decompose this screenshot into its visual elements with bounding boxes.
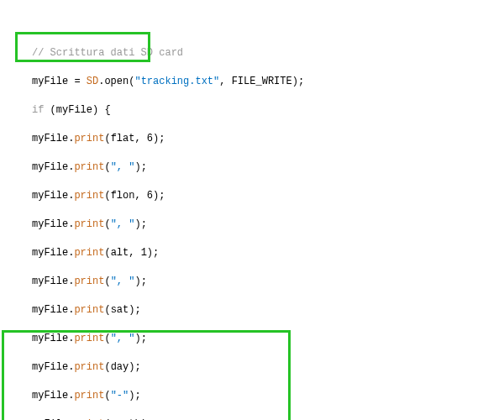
code-line: myFile = SD.open("tracking.txt", FILE_WR… [0, 75, 504, 89]
code-line: myFile.print(alt, 1); [0, 246, 504, 260]
code-line: myFile.print(", "); [0, 218, 504, 232]
code-line: myFile.print(day); [0, 360, 504, 375]
code-line: myFile.print(sat); [0, 303, 504, 318]
code-block: // Scrittura dati SD card myFile = SD.op… [0, 0, 504, 420]
code-line: if (myFile) { [0, 103, 504, 118]
code-line: myFile.print("-"); [0, 389, 504, 403]
code-line: myFile.print(", "); [0, 160, 504, 175]
code-line: myFile.print(flon, 6); [0, 189, 504, 203]
code-line: myFile.print(flat, 6); [0, 132, 504, 146]
code-line: myFile.print(", "); [0, 275, 504, 289]
code-line: // Scrittura dati SD card [0, 46, 504, 60]
code-line: myFile.print(", "); [0, 332, 504, 346]
